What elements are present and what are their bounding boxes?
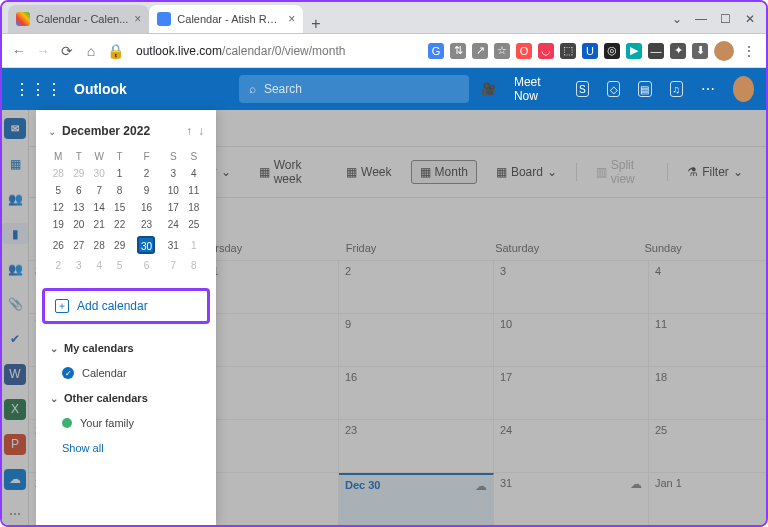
premium-icon[interactable]: ◇	[607, 81, 620, 97]
add-calendar-button[interactable]: ＋ Add calendar	[42, 288, 210, 324]
mini-cal-day[interactable]: 12	[48, 199, 68, 216]
rail-calendar-icon[interactable]: ▦	[4, 153, 26, 174]
calendar-item[interactable]: ✓ Calendar	[36, 362, 216, 384]
mini-cal-day[interactable]: 22	[109, 216, 129, 233]
mini-cal-day[interactable]: 16	[130, 199, 163, 216]
mini-cal-day[interactable]: 20	[68, 216, 88, 233]
sync-icon[interactable]: ⇅	[450, 43, 466, 59]
close-icon[interactable]: ✕	[740, 12, 760, 26]
mini-cal-day[interactable]: 6	[68, 182, 88, 199]
rail-contacts-icon[interactable]: 👥	[4, 258, 26, 279]
word-icon[interactable]: W	[4, 364, 26, 385]
mini-cal-day[interactable]: 8	[109, 182, 129, 199]
day-cell[interactable]: 3	[494, 261, 649, 313]
home-icon[interactable]: ⌂	[82, 43, 100, 59]
day-cell[interactable]: 2	[339, 261, 494, 313]
download-icon[interactable]: ⬇	[692, 43, 708, 59]
mini-cal-day[interactable]: 3	[163, 165, 183, 182]
mini-cal-day[interactable]: 7	[163, 257, 183, 274]
google-icon[interactable]: G	[428, 43, 444, 59]
view-board-button[interactable]: ▦ Board ⌄	[487, 160, 566, 184]
mini-cal-day[interactable]: 7	[89, 182, 109, 199]
star-icon[interactable]: ☆	[494, 43, 510, 59]
mini-cal-day[interactable]: 30	[89, 165, 109, 182]
ext-icon[interactable]: ▶	[626, 43, 642, 59]
mini-cal-day[interactable]: 1	[183, 233, 204, 257]
mini-cal-day[interactable]: 18	[183, 199, 204, 216]
day-cell[interactable]: 10	[494, 314, 649, 366]
mini-cal-day[interactable]: 29	[109, 233, 129, 257]
skype-icon[interactable]: S	[576, 81, 589, 97]
powerpoint-icon[interactable]: P	[4, 434, 26, 455]
mini-cal-day[interactable]: 21	[89, 216, 109, 233]
profile-avatar[interactable]	[714, 41, 734, 61]
minimize-icon[interactable]: —	[691, 12, 711, 26]
close-icon[interactable]: ×	[288, 12, 295, 26]
mini-cal-day[interactable]: 26	[48, 233, 68, 257]
mini-cal-day[interactable]: 10	[163, 182, 183, 199]
other-calendars-group[interactable]: ⌄ Other calendars	[36, 384, 216, 412]
reload-icon[interactable]: ⟳	[58, 43, 76, 59]
meet-now-button[interactable]: Meet Now	[514, 75, 558, 103]
day-cell[interactable]: Jan 1☁	[649, 473, 768, 525]
mini-cal-day[interactable]: 1	[109, 165, 129, 182]
maximize-icon[interactable]: ☐	[716, 12, 736, 26]
mini-cal-day[interactable]: 13	[68, 199, 88, 216]
video-icon[interactable]: 🎥	[481, 82, 496, 96]
ext-icon[interactable]: ⬚	[560, 43, 576, 59]
filter-button[interactable]: ⚗ Filter ⌄	[678, 160, 752, 184]
mini-cal-day[interactable]: 15	[109, 199, 129, 216]
mini-cal-day[interactable]: 3	[68, 257, 88, 274]
browser-tab[interactable]: Calendar - Calen... ×	[8, 5, 149, 33]
ext-icon[interactable]: ◎	[604, 43, 620, 59]
pocket-icon[interactable]: ◡	[538, 43, 554, 59]
mini-cal-day[interactable]: 31	[163, 233, 183, 257]
day-cell[interactable]: 31☁	[494, 473, 649, 525]
next-month-icon[interactable]: ↓	[198, 124, 204, 138]
day-cell[interactable]: 11	[649, 314, 768, 366]
forward-icon[interactable]: →	[34, 43, 52, 59]
day-cell[interactable]: 4	[649, 261, 768, 313]
day-cell[interactable]: 25	[649, 420, 768, 472]
mini-cal-day[interactable]: 25	[183, 216, 204, 233]
more-apps-icon[interactable]: ⋯	[4, 504, 26, 525]
mini-cal-day[interactable]: 2	[48, 257, 68, 274]
mini-cal-day[interactable]: 4	[183, 165, 204, 182]
chevron-down-icon[interactable]: ⌄	[48, 126, 56, 137]
puzzle-icon[interactable]: ✦	[670, 43, 686, 59]
settings-icon[interactable]: ⋯	[701, 81, 715, 97]
opera-icon[interactable]: O	[516, 43, 532, 59]
ext-icon[interactable]: —	[648, 43, 664, 59]
news-icon[interactable]: ▤	[638, 81, 651, 97]
tips-icon[interactable]: ♫	[670, 81, 683, 97]
rail-todo-icon[interactable]: ✔	[4, 328, 26, 349]
show-all-link[interactable]: Show all	[36, 434, 216, 462]
mini-cal-day[interactable]: 24	[163, 216, 183, 233]
close-icon[interactable]: ×	[134, 12, 141, 26]
mini-cal-day[interactable]: 5	[48, 182, 68, 199]
mini-cal-day[interactable]: 6	[130, 257, 163, 274]
day-cell[interactable]: 24	[494, 420, 649, 472]
day-cell[interactable]: 9	[339, 314, 494, 366]
mini-cal-day[interactable]: 14	[89, 199, 109, 216]
browser-tab[interactable]: Calendar - Atish Rajasekaran - ... ×	[149, 5, 303, 33]
lock-icon[interactable]: 🔒	[106, 43, 124, 59]
day-cell[interactable]: 23	[339, 420, 494, 472]
chevron-down-icon[interactable]: ⌄	[667, 12, 687, 26]
day-cell[interactable]: 18	[649, 367, 768, 419]
mini-cal-day[interactable]: 19	[48, 216, 68, 233]
mini-cal-day[interactable]: 28	[89, 233, 109, 257]
menu-icon[interactable]: ⋮	[740, 43, 758, 59]
rail-files-icon[interactable]: 📎	[4, 293, 26, 314]
mini-cal-day[interactable]: 28	[48, 165, 68, 182]
url-field[interactable]: outlook.live.com/calendar/0/view/month	[130, 44, 351, 58]
new-tab-button[interactable]: +	[303, 15, 328, 33]
mini-calendar[interactable]: MTWTFSS282930123456789101112131415161718…	[36, 144, 216, 278]
day-cell[interactable]: Dec 30☁	[339, 473, 494, 525]
account-avatar[interactable]	[733, 76, 754, 102]
mini-cal-day[interactable]: 4	[89, 257, 109, 274]
mini-cal-day[interactable]: 23	[130, 216, 163, 233]
mini-cal-day[interactable]: 2	[130, 165, 163, 182]
mini-cal-day[interactable]: 11	[183, 182, 204, 199]
excel-icon[interactable]: X	[4, 399, 26, 420]
